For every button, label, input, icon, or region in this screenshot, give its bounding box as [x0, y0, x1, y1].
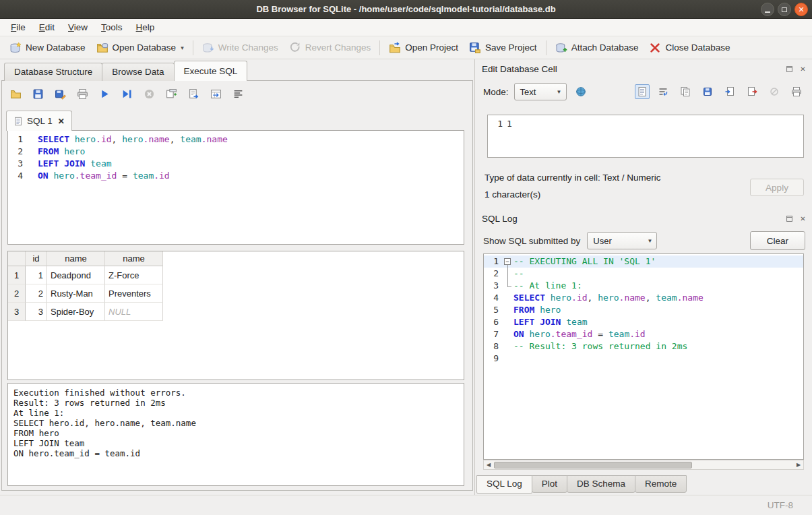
- line-number: 8: [484, 340, 503, 353]
- set-null-button[interactable]: [766, 83, 783, 100]
- open-tab-button[interactable]: [163, 86, 179, 102]
- menu-file[interactable]: File: [4, 20, 32, 34]
- sql-editor[interactable]: 1SELECT hero.id, hero.name, team.name2FR…: [7, 130, 464, 245]
- execution-message[interactable]: Execution finished without errors.Result…: [7, 383, 464, 486]
- stop-button[interactable]: [141, 86, 157, 102]
- word-wrap-button[interactable]: [654, 83, 672, 100]
- import-cell-button[interactable]: [721, 83, 739, 100]
- cell-editor[interactable]: 11: [487, 115, 804, 158]
- tab-db-schema[interactable]: DB Schema: [567, 475, 635, 493]
- close-dock-button[interactable]: ✕: [798, 64, 808, 74]
- export-sql-icon: [188, 88, 199, 100]
- text-mode-selected[interactable]: [635, 84, 650, 99]
- toolbar-separator: [546, 40, 546, 55]
- statusbar: UTF-8: [0, 495, 812, 515]
- table-cell[interactable]: Spider-Boy: [47, 303, 105, 321]
- line-number: 5: [484, 304, 503, 316]
- open-external-button[interactable]: [572, 83, 590, 100]
- sql-log-view[interactable]: 1−-- EXECUTING ALL IN 'SQL 1'2--3-- At l…: [483, 253, 804, 460]
- table-cell[interactable]: 2: [26, 284, 47, 303]
- row-number[interactable]: 2: [8, 284, 26, 303]
- table-cell[interactable]: NULL: [105, 303, 163, 321]
- table-cell[interactable]: 1: [26, 266, 47, 284]
- minimize-button[interactable]: [761, 3, 774, 16]
- tab-execute-sql[interactable]: Execute SQL: [174, 61, 248, 81]
- browse-results-icon: [210, 88, 222, 100]
- close-database-button[interactable]: Close Database: [644, 39, 735, 57]
- fold-margin: [503, 353, 513, 365]
- code-text: ON hero.team_id = team.id: [513, 328, 803, 340]
- open-sql-file-button[interactable]: [7, 86, 24, 102]
- row-number[interactable]: 3: [8, 303, 26, 321]
- attach-database-button[interactable]: Attach Database: [550, 39, 644, 57]
- menu-help[interactable]: Help: [129, 20, 162, 34]
- line-number: 7: [484, 328, 503, 340]
- print-cell-button[interactable]: [788, 83, 805, 100]
- edit-cell-header: Edit Database Cell ✕: [482, 62, 808, 75]
- scrollbar-thumb[interactable]: [494, 462, 692, 468]
- format-sql-button[interactable]: [230, 86, 246, 102]
- fold-toggle-icon[interactable]: −: [503, 255, 513, 268]
- write-changes-button[interactable]: Write Changes: [197, 39, 284, 57]
- message-line: SELECT hero.id, hero.name, team.name: [13, 418, 458, 428]
- close-dock-button[interactable]: ✕: [798, 214, 808, 224]
- save-project-button[interactable]: Save Project: [464, 39, 542, 57]
- clear-log-button[interactable]: Clear: [750, 231, 805, 250]
- menu-tools[interactable]: Tools: [94, 20, 129, 34]
- table-cell[interactable]: 3: [26, 303, 47, 321]
- dropdown-arrow-icon[interactable]: ▾: [181, 44, 184, 51]
- maximize-button[interactable]: [778, 3, 791, 16]
- browse-results-button[interactable]: [208, 86, 224, 102]
- tab-database-structure[interactable]: Database Structure: [4, 63, 102, 81]
- print-sql-button[interactable]: [74, 86, 90, 102]
- table-cell[interactable]: Preventers: [105, 284, 163, 303]
- column-header[interactable]: name: [105, 251, 163, 266]
- tab-browse-data[interactable]: Browse Data: [102, 63, 174, 81]
- table-cell[interactable]: Rusty-Man: [47, 284, 105, 303]
- copy-cell-button[interactable]: [677, 83, 694, 100]
- menu-view[interactable]: View: [61, 20, 94, 34]
- column-header[interactable]: name: [47, 251, 105, 266]
- tab-remote[interactable]: Remote: [635, 475, 687, 493]
- menu-edit[interactable]: Edit: [32, 20, 61, 34]
- close-tab-icon[interactable]: ✕: [58, 117, 65, 126]
- save-cell-button[interactable]: [699, 83, 716, 100]
- row-number[interactable]: 1: [8, 266, 26, 284]
- fold-margin: [503, 316, 513, 328]
- save-sql-as-button[interactable]: [52, 86, 68, 102]
- revert-changes-button[interactable]: Revert Changes: [284, 39, 377, 57]
- log-filter-select[interactable]: User ▼: [587, 232, 657, 249]
- scroll-right-icon[interactable]: ▶: [794, 460, 803, 469]
- save-sql-file-button[interactable]: [30, 86, 46, 102]
- sql-document-tab[interactable]: SQL 1 ✕: [6, 111, 72, 131]
- open-project-button[interactable]: Open Project: [383, 39, 464, 57]
- execute-all-button[interactable]: [96, 86, 113, 102]
- message-line: At line 1:: [13, 408, 458, 418]
- set-null-icon: [769, 86, 780, 97]
- mode-select[interactable]: Text ▼: [514, 83, 567, 100]
- column-header[interactable]: id: [26, 251, 47, 266]
- float-dock-button[interactable]: [784, 64, 794, 74]
- apply-button[interactable]: Apply: [750, 179, 804, 196]
- tab-sql-log[interactable]: SQL Log: [476, 475, 532, 494]
- table-cell[interactable]: Z-Force: [105, 266, 163, 284]
- export-cell-button[interactable]: [743, 83, 761, 100]
- scroll-left-icon[interactable]: ◀: [484, 460, 493, 469]
- stop-icon: [144, 88, 155, 100]
- table-corner[interactable]: [8, 251, 26, 266]
- new-database-button[interactable]: New Database: [4, 39, 91, 57]
- fold-margin: [503, 328, 513, 340]
- execute-current-line-button[interactable]: [119, 86, 135, 102]
- encoding-indicator[interactable]: UTF-8: [768, 500, 793, 510]
- open-database-button[interactable]: Open Database ▾: [91, 39, 189, 57]
- results-table[interactable]: idnamename11DeadpondZ-Force22Rusty-ManPr…: [7, 251, 464, 380]
- close-button[interactable]: ✕: [794, 3, 808, 16]
- code-text: -- At line 1:: [513, 280, 803, 292]
- close-icon: ✕: [798, 6, 804, 13]
- table-cell[interactable]: Deadpond: [47, 266, 105, 284]
- line-number: 3: [8, 158, 27, 170]
- code-text: --: [513, 268, 803, 280]
- float-dock-button[interactable]: [784, 214, 794, 224]
- export-sql-button[interactable]: [185, 86, 201, 102]
- tab-plot[interactable]: Plot: [532, 475, 567, 493]
